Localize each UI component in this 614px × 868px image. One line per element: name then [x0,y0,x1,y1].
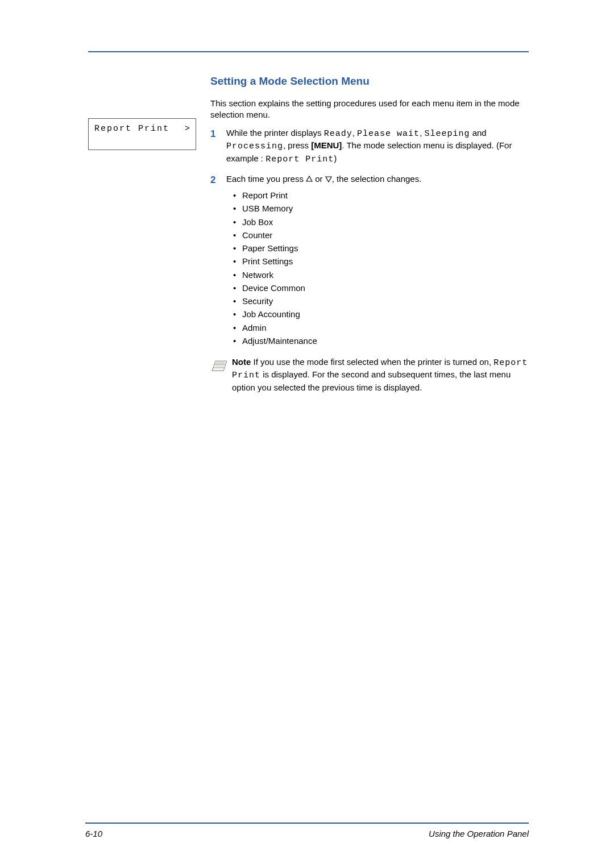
triangle-down-icon [325,174,332,185]
note-label: Note [232,357,251,367]
page-footer: 6-10 Using the Operation Panel [85,828,529,840]
lcd-text-left: Report Print [94,123,169,149]
text: , the selection changes. [332,174,422,184]
list-item: USB Memory [226,202,529,215]
text: is displayed. For the second and subsequ… [232,369,511,392]
list-item: Print Settings [226,255,529,268]
page-number: 6-10 [85,828,102,840]
code-please-wait: Please wait [357,129,420,139]
code-report-print: Report Print [265,155,334,164]
step-2-body: Each time you press or , the selection c… [226,173,529,347]
list-item: Counter [226,229,529,242]
intro-paragraph: This section explains the setting proced… [210,98,529,121]
list-item: Admin [226,321,529,334]
text: Each time you press [226,174,306,184]
triangle-up-icon [306,174,313,185]
step-number: 1 [210,127,226,141]
list-item: Paper Settings [226,242,529,255]
note-text: Note If you use the mode first selected … [232,356,529,393]
list-item: Report Print [226,189,529,202]
list-item: Job Accounting [226,308,529,321]
text: , [352,128,357,138]
menu-key: [MENU] [311,140,342,150]
top-rule [88,51,529,52]
lcd-display: Report Print > [88,118,196,150]
text: and [470,128,487,138]
list-item: Adjust/Maintenance [226,334,529,347]
step-number: 2 [210,173,226,187]
text: or [313,174,325,184]
note-block: Note If you use the mode first selected … [210,356,529,393]
svg-marker-1 [326,177,331,182]
section-heading: Setting a Mode Selection Menu [210,74,529,89]
footer-rule [85,823,529,824]
code-sleeping: Sleeping [424,129,470,139]
text: If you use the mode first selected when … [251,357,493,367]
code-ready: Ready [324,129,352,139]
text: ) [334,153,337,163]
note-icon [210,356,229,375]
step-1: 1 While the printer displays Ready, Plea… [210,127,529,165]
code-processing: Processing [226,142,283,151]
lcd-text-right: > [185,123,191,149]
step-2: 2 Each time you press or , the selection… [210,173,529,347]
menu-options-list: Report Print USB Memory Job Box Counter … [226,189,529,347]
list-item: Device Common [226,281,529,294]
list-item: Security [226,294,529,308]
footer-title: Using the Operation Panel [429,828,529,840]
list-item: Network [226,268,529,281]
content-column: Setting a Mode Selection Menu This secti… [210,74,529,393]
text: While the printer displays [226,128,324,138]
text: , press [283,140,311,150]
step-1-body: While the printer displays Ready, Please… [226,127,529,165]
lcd-panel-column: Report Print > [88,74,210,150]
svg-marker-0 [306,176,312,181]
list-item: Job Box [226,215,529,229]
